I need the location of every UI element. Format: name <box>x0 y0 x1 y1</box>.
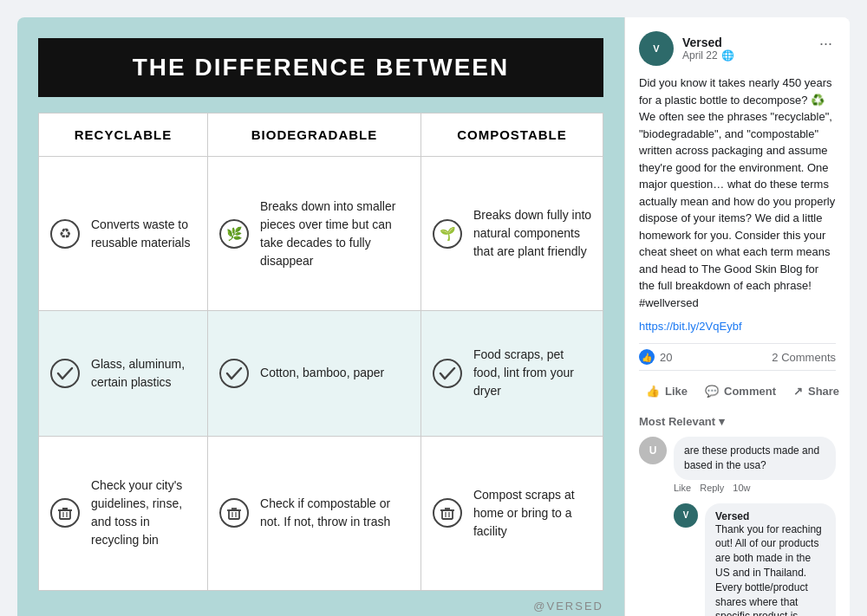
reply-text: Thank you for reaching out! All of our p… <box>715 522 825 616</box>
like-button[interactable]: 👍 Like <box>639 378 694 405</box>
share-button-icon: ↗ <box>793 385 803 398</box>
check-circle-icon <box>49 358 81 389</box>
cell-content: Cotton, bamboo, paper <box>218 358 410 389</box>
like-button-icon: 👍 <box>646 385 660 398</box>
cell-content: Glass, aluminum, certain plastics <box>49 355 197 392</box>
svg-rect-16 <box>229 510 239 519</box>
versed-reply: V Versed Thank you for reaching out! All… <box>639 503 836 616</box>
svg-point-6 <box>51 360 79 387</box>
table-row: ♻ Converts waste to reusable materials <box>39 157 603 311</box>
post-date: April 22 🌐 <box>682 49 734 62</box>
recyclable-desc-cell: ♻ Converts waste to reusable materials <box>39 157 208 311</box>
action-buttons: 👍 Like 💬 Comment ↗ Share <box>639 378 836 405</box>
infographic-panel: THE DIFFERENCE BETWEEN RECYCLABLE BIODEG… <box>17 17 624 616</box>
comment-reply-action[interactable]: Reply <box>700 483 724 493</box>
comment-bubble: are these products made and based in the… <box>674 437 836 480</box>
svg-rect-10 <box>60 510 70 519</box>
svg-rect-22 <box>442 510 453 519</box>
compostable-disposal-text: Compost scraps at home or bring to a fac… <box>473 486 592 541</box>
trash-icon <box>218 497 250 528</box>
share-button[interactable]: ↗ Share <box>786 378 846 405</box>
comment-actions: Like Reply 10w <box>674 483 836 493</box>
table-row: Glass, aluminum, certain plastics Co <box>39 311 603 437</box>
col-biodegradable: BIODEGRADABLE <box>208 113 421 157</box>
biodegradable-icon: 🌿 <box>218 218 250 250</box>
comment-right: are these products made and based in the… <box>674 437 836 493</box>
post-header-left: V Versed April 22 🌐 <box>639 31 734 66</box>
reactions-left: 👍 20 <box>639 349 672 365</box>
reply-author-name: Versed <box>715 510 825 522</box>
compostable-desc-cell: 🌱 Breaks down fully into natural compone… <box>420 157 603 311</box>
reactions-count: 20 <box>660 351 672 364</box>
post-link[interactable]: https://bit.ly/2VqEybf <box>639 320 836 333</box>
comment-item: U are these products made and based in t… <box>639 437 836 493</box>
commenter-avatar: U <box>639 437 667 464</box>
col-recyclable: RECYCLABLE <box>39 113 208 157</box>
like-icon: 👍 <box>639 349 655 365</box>
post-meta: Versed April 22 🌐 <box>682 36 734 62</box>
reply-bubble: Versed Thank you for reaching out! All o… <box>705 503 836 616</box>
chevron-down-icon: ▾ <box>719 415 725 428</box>
compostable-examples-text: Food scraps, pet food, lint from your dr… <box>473 346 592 400</box>
recyclable-examples-text: Glass, aluminum, certain plastics <box>91 355 197 392</box>
reply-right: Versed Thank you for reaching out! All o… <box>705 503 836 616</box>
comment-text: are these products made and based in the… <box>684 444 825 473</box>
compostable-examples-cell: Food scraps, pet food, lint from your dr… <box>420 311 603 437</box>
svg-point-9 <box>51 499 79 527</box>
post-header: V Versed April 22 🌐 ··· <box>639 31 836 66</box>
poster-avatar: V <box>639 31 674 66</box>
versed-reply-avatar: V <box>674 503 698 528</box>
svg-point-15 <box>220 499 248 527</box>
recyclable-disposal-text: Check your city's guidelines, rinse, and… <box>91 477 197 549</box>
comment-time: 10w <box>733 483 750 493</box>
globe-icon: 🌐 <box>721 49 734 62</box>
recycle-icon: ♻ <box>49 218 81 250</box>
check-circle-icon <box>218 358 250 389</box>
svg-point-7 <box>220 360 248 387</box>
recyclable-disposal-cell: Check your city's guidelines, rinse, and… <box>39 436 208 590</box>
poster-name[interactable]: Versed <box>682 36 734 49</box>
svg-text:🌱: 🌱 <box>439 226 455 242</box>
compostable-icon: 🌱 <box>432 218 463 250</box>
reactions-bar: 👍 20 2 Comments <box>639 343 836 371</box>
cell-content: ♻ Converts waste to reusable materials <box>49 216 197 252</box>
sort-label[interactable]: Most Relevant ▾ <box>639 415 836 428</box>
comparison-table: RECYCLABLE BIODEGRADABLE COMPOSTABLE ♻ <box>38 113 603 591</box>
biodegradable-desc-text: Breaks down into smaller pieces over tim… <box>260 198 410 270</box>
comment-button-label: Comment <box>724 385 776 398</box>
more-options-icon[interactable]: ··· <box>816 31 836 56</box>
cell-content: 🌿 Breaks down into smaller pieces over t… <box>218 198 410 270</box>
biodegradable-examples-text: Cotton, bamboo, paper <box>260 364 384 382</box>
post-body: Did you know it takes nearly 450 years f… <box>639 75 836 311</box>
biodegradable-disposal-cell: Check if compostable or not. If not, thr… <box>208 436 421 590</box>
comment-button-icon: 💬 <box>705 385 719 398</box>
biodegradable-desc-cell: 🌿 Breaks down into smaller pieces over t… <box>208 157 421 311</box>
svg-point-21 <box>434 499 461 527</box>
share-button-label: Share <box>808 385 839 398</box>
versed-avatar-initials: V <box>683 510 689 520</box>
biodegradable-disposal-text: Check if compostable or not. If not, thr… <box>260 495 410 531</box>
cell-content: 🌱 Breaks down fully into natural compone… <box>432 206 592 261</box>
cell-content: Compost scraps at home or bring to a fac… <box>432 486 592 541</box>
comment-like-action[interactable]: Like <box>674 483 691 493</box>
comment-button[interactable]: 💬 Comment <box>698 378 783 405</box>
commenter-initials: U <box>649 444 657 457</box>
check-circle-icon <box>432 358 463 389</box>
recyclable-desc-text: Converts waste to reusable materials <box>91 216 197 252</box>
svg-point-8 <box>434 360 461 387</box>
col-compostable: COMPOSTABLE <box>420 113 603 157</box>
cell-content: Food scraps, pet food, lint from your dr… <box>432 346 592 400</box>
recyclable-examples-cell: Glass, aluminum, certain plastics <box>39 311 208 437</box>
trash-icon <box>432 497 463 528</box>
cell-content: Check your city's guidelines, rinse, and… <box>49 477 197 549</box>
biodegradable-examples-cell: Cotton, bamboo, paper <box>208 311 421 437</box>
brand-watermark: @VERSED <box>533 600 603 613</box>
svg-text:♻: ♻ <box>59 226 71 241</box>
compostable-disposal-cell: Compost scraps at home or bring to a fac… <box>420 436 603 590</box>
like-button-label: Like <box>665 385 688 398</box>
facebook-panel: V Versed April 22 🌐 ··· Did you know it … <box>624 17 850 616</box>
comments-count[interactable]: 2 Comments <box>772 351 836 364</box>
compostable-desc-text: Breaks down fully into natural component… <box>473 206 592 261</box>
table-row: Check your city's guidelines, rinse, and… <box>39 436 603 590</box>
infographic-title: THE DIFFERENCE BETWEEN <box>38 38 603 97</box>
